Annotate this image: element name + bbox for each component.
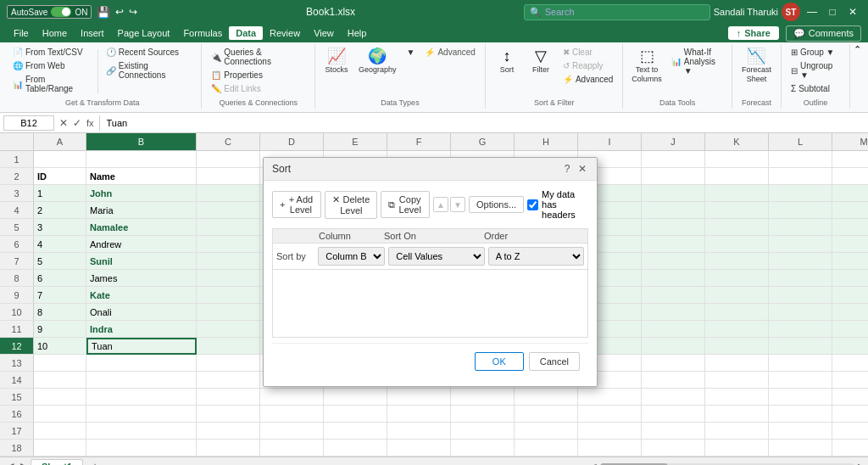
column-col-header: Column xyxy=(319,231,384,241)
headers-label: My data has headers xyxy=(542,189,588,220)
cancel-button[interactable]: Cancel xyxy=(529,352,580,371)
add-level-button[interactable]: + + Add Level xyxy=(272,191,321,218)
add-level-icon: + xyxy=(280,199,285,210)
move-up-arrow[interactable]: ▲ xyxy=(433,197,448,212)
dialog-toolbar: + + Add Level ✕ Delete Level ⧉ Copy Leve… xyxy=(272,189,588,220)
dialog-close-icon[interactable]: ✕ xyxy=(576,163,588,175)
dialog-controls: ? ✕ xyxy=(561,163,588,175)
sort-table-header: Column Sort On Order xyxy=(272,228,588,244)
dialog-overlay: Sort ? ✕ + + Add Level ✕ Delete Level ⧉ … xyxy=(0,0,868,465)
order-select[interactable]: A to Z xyxy=(488,247,584,266)
sort-by-col-header xyxy=(276,231,319,241)
delete-level-button[interactable]: ✕ Delete Level xyxy=(325,191,377,219)
my-data-headers-checkbox[interactable] xyxy=(527,199,538,210)
dialog-title-bar: Sort ? ✕ xyxy=(264,158,597,181)
dialog-help-icon[interactable]: ? xyxy=(561,163,573,175)
copy-icon: ⧉ xyxy=(388,199,395,210)
sort-on-select[interactable]: Cell Values xyxy=(388,247,484,266)
dialog-footer: OK Cancel xyxy=(272,343,588,378)
move-down-arrow[interactable]: ▼ xyxy=(450,197,465,212)
order-col-header: Order xyxy=(484,231,584,241)
sort-on-col-header: Sort On xyxy=(384,231,484,241)
level-nav-arrows: ▲ ▼ xyxy=(433,197,465,212)
sort-row: Sort by Column B Cell Values A to Z xyxy=(272,244,588,270)
copy-level-button[interactable]: ⧉ Copy Level xyxy=(381,191,430,218)
sort-empty-area xyxy=(272,270,588,338)
dialog-title: Sort xyxy=(272,163,291,175)
headers-checkbox-row: My data has headers xyxy=(527,189,588,220)
ok-button[interactable]: OK xyxy=(475,352,524,371)
dialog-body: + + Add Level ✕ Delete Level ⧉ Copy Leve… xyxy=(264,181,597,386)
sort-by-label: Sort by xyxy=(276,251,314,261)
options-button[interactable]: Options... xyxy=(469,196,524,213)
sort-dialog: Sort ? ✕ + + Add Level ✕ Delete Level ⧉ … xyxy=(263,157,598,387)
column-select[interactable]: Column B xyxy=(318,247,385,266)
